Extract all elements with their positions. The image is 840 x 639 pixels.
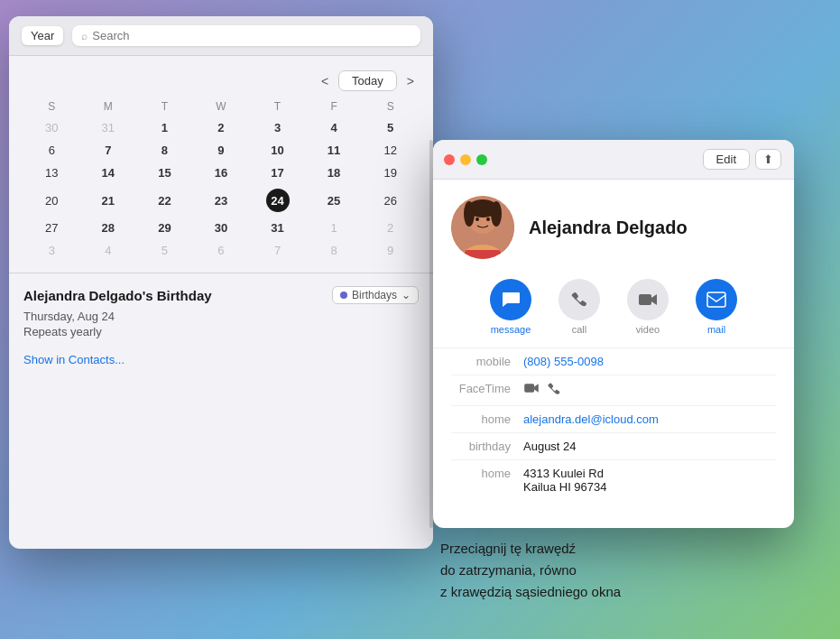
table-row: 13 14 15 16 17 18 19 bbox=[23, 162, 419, 184]
day-cell[interactable]: 3 bbox=[249, 116, 306, 139]
call-label: call bbox=[572, 324, 587, 335]
day-cell[interactable]: 4 bbox=[306, 116, 363, 139]
home-email-label: home bbox=[451, 412, 523, 426]
email-value[interactable]: alejandra.del@icloud.com bbox=[523, 412, 776, 426]
day-cell[interactable]: 11 bbox=[306, 139, 363, 162]
mail-action[interactable]: mail bbox=[696, 279, 737, 335]
birthdays-label: Birthdays bbox=[352, 289, 397, 301]
next-month-button[interactable]: > bbox=[402, 72, 419, 90]
day-cell[interactable]: 6 bbox=[193, 239, 250, 262]
day-cell[interactable]: 31 bbox=[80, 116, 137, 139]
event-title: Alejandra Delgado's Birthday bbox=[23, 288, 212, 303]
contacts-titlebar: Edit ⬆ bbox=[433, 140, 794, 180]
day-cell[interactable]: 14 bbox=[80, 162, 137, 184]
call-action[interactable]: call bbox=[558, 279, 600, 335]
video-icon bbox=[627, 279, 669, 320]
birthdays-badge[interactable]: Birthdays ⌄ bbox=[332, 286, 419, 304]
event-header: Alejandra Delgado's Birthday Birthdays ⌄ bbox=[23, 286, 419, 304]
day-cell[interactable]: 1 bbox=[306, 217, 363, 239]
day-cell[interactable]: 23 bbox=[193, 184, 250, 217]
day-cell[interactable]: 26 bbox=[362, 184, 419, 217]
day-cell[interactable]: 12 bbox=[362, 139, 419, 162]
birthday-value: August 24 bbox=[523, 440, 776, 453]
day-cell[interactable]: 31 bbox=[249, 217, 306, 239]
day-cell[interactable]: 8 bbox=[136, 139, 193, 162]
day-cell[interactable]: 30 bbox=[193, 217, 250, 239]
day-cell[interactable]: 5 bbox=[136, 239, 193, 262]
detail-row-birthday: birthday August 24 bbox=[451, 433, 776, 460]
facetime-phone-icon[interactable] bbox=[547, 382, 561, 399]
day-cell[interactable]: 8 bbox=[306, 239, 363, 262]
day-cell[interactable]: 16 bbox=[193, 162, 250, 184]
day-cell[interactable]: 7 bbox=[80, 139, 137, 162]
annotation-line2: do zatrzymania, równo bbox=[440, 560, 621, 581]
traffic-lights bbox=[444, 154, 487, 165]
weekday-sat: S bbox=[362, 98, 419, 116]
day-cell[interactable]: 2 bbox=[193, 116, 250, 139]
day-cell[interactable]: 1 bbox=[136, 116, 193, 139]
svg-rect-8 bbox=[465, 250, 501, 259]
prev-month-button[interactable]: < bbox=[317, 72, 333, 90]
table-row: 27 28 29 30 31 1 2 bbox=[23, 217, 419, 239]
share-button[interactable]: ⬆ bbox=[755, 149, 781, 170]
facetime-icons bbox=[523, 382, 561, 399]
day-cell[interactable]: 13 bbox=[23, 162, 80, 184]
svg-rect-9 bbox=[639, 294, 651, 305]
message-label: message bbox=[491, 324, 531, 335]
day-cell[interactable]: 9 bbox=[362, 239, 419, 262]
search-icon: ⌕ bbox=[81, 30, 88, 42]
day-cell[interactable]: 29 bbox=[136, 217, 193, 239]
call-icon bbox=[558, 279, 600, 320]
minimize-button[interactable] bbox=[460, 154, 471, 165]
day-cell[interactable]: 9 bbox=[193, 139, 250, 162]
search-input[interactable] bbox=[92, 29, 411, 42]
search-bar: ⌕ bbox=[72, 25, 420, 46]
day-cell[interactable]: 15 bbox=[136, 162, 193, 184]
day-cell[interactable]: 28 bbox=[80, 217, 137, 239]
day-cell[interactable]: 21 bbox=[80, 184, 137, 217]
year-button[interactable]: Year bbox=[22, 26, 63, 45]
day-cell[interactable]: 27 bbox=[23, 217, 80, 239]
mail-label: mail bbox=[707, 324, 725, 335]
show-in-contacts-link[interactable]: Show in Contacts... bbox=[23, 353, 125, 366]
day-cell[interactable]: 19 bbox=[362, 162, 419, 184]
day-cell[interactable]: 25 bbox=[306, 184, 363, 217]
video-action[interactable]: video bbox=[627, 279, 669, 335]
day-cell[interactable]: 22 bbox=[136, 184, 193, 217]
facetime-video-icon[interactable] bbox=[523, 382, 540, 399]
calendar-titlebar: Year ⌕ bbox=[9, 16, 433, 56]
svg-rect-11 bbox=[524, 384, 534, 392]
mobile-label: mobile bbox=[451, 355, 523, 368]
day-cell[interactable]: 30 bbox=[23, 116, 80, 139]
edit-button[interactable]: Edit bbox=[703, 149, 750, 170]
day-cell[interactable]: 5 bbox=[362, 116, 419, 139]
event-detail: Alejandra Delgado's Birthday Birthdays ⌄… bbox=[9, 273, 433, 367]
maximize-button[interactable] bbox=[476, 154, 487, 165]
table-row: 3 4 5 6 7 8 9 bbox=[23, 239, 419, 262]
mobile-value[interactable]: (808) 555-0098 bbox=[523, 355, 776, 368]
day-cell[interactable]: 20 bbox=[23, 184, 80, 217]
day-cell[interactable]: 10 bbox=[249, 139, 306, 162]
today-button[interactable]: Today bbox=[338, 70, 397, 91]
mail-icon bbox=[696, 279, 737, 320]
contact-header: Alejandra Delgado bbox=[433, 180, 794, 272]
detail-row-facetime: FaceTime bbox=[451, 375, 776, 406]
message-action[interactable]: message bbox=[490, 279, 531, 335]
day-cell[interactable]: 6 bbox=[23, 139, 80, 162]
day-cell[interactable]: 18 bbox=[306, 162, 363, 184]
today-cell[interactable]: 24 bbox=[249, 184, 306, 217]
day-cell[interactable]: 17 bbox=[249, 162, 306, 184]
message-icon bbox=[490, 279, 531, 320]
day-cell[interactable]: 7 bbox=[249, 239, 306, 262]
day-cell[interactable]: 2 bbox=[362, 217, 419, 239]
annotation-line3: z krawędzią sąsiedniego okna bbox=[440, 581, 621, 603]
address-value: 4313 Kuulei RdKailua HI 96734 bbox=[523, 467, 776, 494]
calendar-window: Year ⌕ < Today > S M T W T F S bbox=[9, 16, 433, 549]
close-button[interactable] bbox=[444, 154, 455, 165]
today-indicator: 24 bbox=[266, 189, 290, 212]
calendar-body: < Today > S M T W T F S 30 31 bbox=[9, 56, 433, 269]
action-row: message call video bbox=[433, 272, 794, 348]
day-cell[interactable]: 4 bbox=[80, 239, 137, 262]
day-cell[interactable]: 3 bbox=[23, 239, 80, 262]
facetime-label: FaceTime bbox=[451, 382, 523, 395]
